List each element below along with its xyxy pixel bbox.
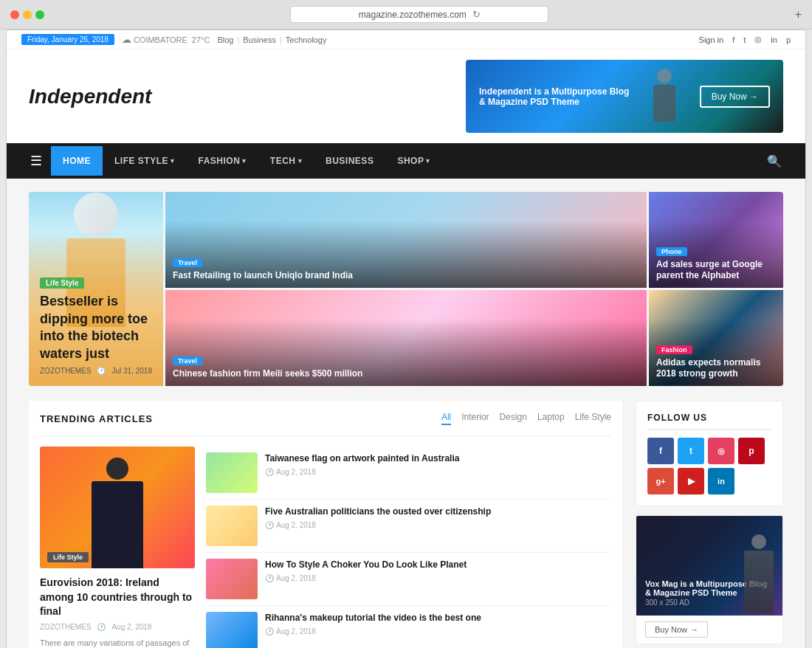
tag-travel-2: Travel [173, 356, 202, 365]
website-frame: Friday, January 26, 2018 ☁ COIMBATORE 27… [6, 30, 806, 648]
ad-line2: & Magazine PSD Theme [479, 97, 629, 107]
article-2-date: 🕐Aug 2, 2018 [265, 521, 491, 529]
navigation: ☰ HOME LIFE STYLE ▾ FASHION ▾ TECH ▾ BUS… [7, 143, 805, 179]
article-3-date: 🕐Aug 2, 2018 [265, 574, 467, 582]
tab-laptop[interactable]: Laptop [537, 412, 565, 425]
article-thumb-3 [206, 559, 258, 599]
follow-us-box: FOLLOW US f t ◎ p g+ ▶ in [636, 401, 783, 506]
article-4-date: 🕐Aug 2, 2018 [265, 627, 481, 635]
search-button[interactable]: 🔍 [758, 145, 791, 178]
article-thumb-4 [206, 612, 258, 648]
tag-travel-1: Travel [173, 258, 202, 267]
nav-item-fashion[interactable]: FASHION ▾ [187, 146, 258, 176]
trending-tabs: All Interior Design Laptop Life Style [441, 412, 611, 425]
sidebar-ad-box[interactable]: Vox Mag is a Multipurpose Blog & Magazin… [636, 515, 783, 644]
article-title-bottom-left: Chinese fashion firm Meili seeks $500 mi… [173, 368, 639, 380]
article-title-bottom-right: Adidas expects normalis 2018 strong grow… [656, 357, 776, 380]
follow-pinterest-button[interactable]: p [738, 438, 765, 464]
article-3-title: How To Style A Choker You Do Look Like P… [265, 559, 467, 571]
social-twitter-icon[interactable]: t [743, 35, 746, 44]
trending-header: TRENDING ARTICLES All Interior Design La… [29, 401, 622, 425]
sidebar-ad-image: Vox Mag is a Multipurpose Blog & Magazin… [636, 516, 782, 616]
featured-item-top-right[interactable]: Phone Ad sales surge at Google parent th… [649, 192, 783, 288]
article-meta-center: ZOZOTHEMES 🕐 Jul 31, 2018 [40, 367, 152, 375]
article-title-center: Bestseller is dipping more toe into the … [40, 293, 152, 362]
main-content: Travel Fast Retailing to launch Uniqlo b… [7, 179, 805, 648]
header-ad-buy-button[interactable]: Buy Now → [700, 86, 770, 108]
address-bar[interactable]: magazine.zozothemes.com ↻ [290, 6, 548, 23]
blog-link[interactable]: Blog [217, 35, 233, 44]
top-bar: Friday, January 26, 2018 ☁ COIMBATORE 27… [7, 30, 805, 49]
top-bar-left: Friday, January 26, 2018 ☁ COIMBATORE 27… [21, 34, 326, 45]
sidebar: FOLLOW US f t ◎ p g+ ▶ in [636, 401, 783, 648]
article-list: Taiwanese flag on artwork painted in Aus… [206, 447, 611, 648]
date-badge: Friday, January 26, 2018 [21, 34, 114, 45]
article-2-title: Five Australian politicians the ousted o… [265, 506, 491, 518]
technology-link[interactable]: Technology [286, 35, 327, 44]
article-4-content: Rihanna's makeup tutorial the video is t… [265, 612, 481, 648]
social-instagram-icon[interactable]: ◎ [754, 35, 762, 44]
refresh-icon[interactable]: ↻ [472, 9, 481, 20]
tab-all[interactable]: All [441, 412, 451, 425]
featured-grid: Travel Fast Retailing to launch Uniqlo b… [29, 192, 783, 386]
article-list-item-1[interactable]: Taiwanese flag on artwork painted in Aus… [206, 447, 611, 500]
nav-items: HOME LIFE STYLE ▾ FASHION ▾ TECH ▾ BUSIN… [51, 146, 758, 176]
article-list-item-3[interactable]: How To Style A Choker You Do Look Like P… [206, 553, 611, 606]
article-1-date: 🕐Aug 2, 2018 [265, 468, 459, 476]
tab-design[interactable]: Design [500, 412, 527, 425]
article-thumb-1 [206, 452, 258, 493]
featured-article-image: Life Style [40, 447, 195, 568]
new-tab-button[interactable]: + [795, 8, 802, 21]
tab-interior[interactable]: Interior [461, 412, 489, 425]
follow-googleplus-button[interactable]: g+ [647, 468, 674, 494]
featured-item-bottom-left[interactable]: Travel Chinese fashion firm Meili seeks … [165, 290, 647, 386]
social-pinterest-icon[interactable]: p [786, 35, 791, 44]
business-link[interactable]: Business [243, 35, 276, 44]
article-3-content: How To Style A Choker You Do Look Like P… [265, 559, 467, 599]
header-advertisement[interactable]: Independent is a Multipurpose Blog & Mag… [466, 60, 783, 133]
social-buttons-grid: f t ◎ p g+ ▶ in [647, 438, 771, 494]
nav-item-home[interactable]: HOME [51, 146, 103, 176]
article-1-title: Taiwanese flag on artwork painted in Aus… [265, 452, 459, 465]
trending-section: TRENDING ARTICLES All Interior Design La… [29, 401, 622, 648]
top-bar-right: Sign in f t ◎ in p [699, 35, 791, 44]
nav-item-lifestyle[interactable]: LIFE STYLE ▾ [103, 146, 187, 176]
social-facebook-icon[interactable]: f [732, 35, 734, 44]
trending-content: Life Style Eurovision 2018: Ireland amon… [29, 447, 622, 648]
social-linkedin-icon[interactable]: in [771, 35, 777, 44]
article-1-content: Taiwanese flag on artwork painted in Aus… [265, 452, 459, 493]
featured-item-bottom-right[interactable]: Fashion Adidas expects normalis 2018 str… [649, 290, 783, 386]
article-list-item-2[interactable]: Five Australian politicians the ousted o… [206, 500, 611, 553]
nav-item-business[interactable]: BUSINESS [314, 146, 385, 176]
follow-youtube-button[interactable]: ▶ [678, 468, 704, 494]
weather-icon: ☁ [122, 34, 131, 45]
follow-twitter-button[interactable]: t [678, 438, 704, 464]
follow-facebook-button[interactable]: f [647, 438, 674, 464]
follow-us-title: FOLLOW US [647, 413, 771, 430]
article-list-item-4[interactable]: Rihanna's makeup tutorial the video is t… [206, 606, 611, 648]
dot-green [35, 10, 44, 19]
sidebar-ad-buy-button[interactable]: Buy Now → [645, 621, 708, 638]
featured-article-meta: ZOZOTHEMES 🕐 Aug 2, 2018 [40, 623, 195, 631]
nav-item-shop[interactable]: SHOP ▾ [385, 146, 442, 176]
follow-linkedin-button[interactable]: in [708, 468, 734, 494]
featured-article-tag: Life Style [47, 552, 89, 562]
featured-article-excerpt: There are many variations of passages of… [40, 637, 195, 648]
hamburger-menu[interactable]: ☰ [21, 143, 51, 179]
featured-trending-article[interactable]: Life Style Eurovision 2018: Ireland amon… [40, 447, 195, 648]
browser-chrome: magazine.zozothemes.com ↻ + [0, 0, 812, 30]
tag-fashion: Fashion [656, 345, 692, 354]
nav-item-tech[interactable]: TECH ▾ [258, 146, 314, 176]
ad-person-figure [644, 69, 684, 124]
featured-item-top-left[interactable]: Travel Fast Retailing to launch Uniqlo b… [165, 192, 647, 288]
featured-item-center[interactable]: Life Style Bestseller is dipping more to… [29, 192, 163, 386]
weather-city: ☁ COIMBATORE 27°C [122, 34, 210, 45]
trending-sidebar-layout: TRENDING ARTICLES All Interior Design La… [29, 401, 783, 648]
signin-link[interactable]: Sign in [699, 35, 724, 44]
tab-lifestyle[interactable]: Life Style [575, 412, 611, 425]
site-logo[interactable]: Independent [29, 85, 151, 108]
sidebar-ad-footer: Buy Now → [636, 616, 782, 644]
header: Independent Independent is a Multipurpos… [7, 49, 805, 143]
follow-instagram-button[interactable]: ◎ [708, 438, 734, 464]
tag-phone: Phone [656, 247, 687, 256]
